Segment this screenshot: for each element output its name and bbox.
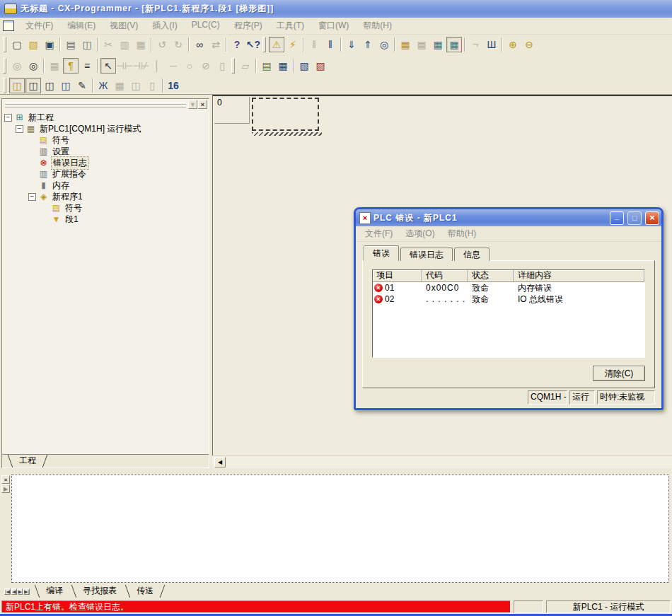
grid-toggle-button[interactable]: ▦ bbox=[47, 58, 62, 74]
replace-button[interactable]: ⇄ bbox=[208, 37, 224, 52]
copy-button[interactable]: ▥ bbox=[117, 37, 132, 52]
tree-expander-icon[interactable]: − bbox=[4, 114, 12, 122]
show-error-button[interactable]: ⚠ bbox=[269, 37, 284, 52]
rung-comment-button[interactable]: ¶ bbox=[63, 58, 79, 74]
compile-button[interactable]: ▤ bbox=[259, 58, 274, 74]
print-button[interactable]: ▤ bbox=[63, 37, 79, 52]
hscroll-left-button[interactable]: ◀ bbox=[214, 457, 226, 467]
column-header-detail[interactable]: 详细内容 bbox=[514, 270, 644, 282]
pause-monitor-button[interactable]: ‖ bbox=[323, 37, 338, 52]
force-release-button[interactable]: ⊖ bbox=[521, 37, 537, 52]
window-button[interactable]: ◫ bbox=[128, 78, 144, 93]
rung-list-button[interactable]: ≡ bbox=[79, 58, 95, 74]
monitor-alarm-button[interactable]: ⚡ bbox=[285, 37, 301, 52]
error-row-2[interactable]: ×02 . . . . . . . . 致命 IO 总线错误 bbox=[373, 294, 644, 305]
tab-compile[interactable]: 编译 bbox=[36, 585, 73, 598]
zoom-out-button[interactable]: ◎ bbox=[9, 58, 25, 74]
minimize-button[interactable]: _ bbox=[610, 211, 624, 225]
download-button[interactable]: ⇓ bbox=[344, 37, 359, 52]
menu-plc[interactable]: PLC(C) bbox=[185, 20, 227, 32]
undo-button[interactable]: ↺ bbox=[154, 37, 170, 52]
nav-prev-button[interactable]: ◀ bbox=[11, 588, 16, 595]
clear-button[interactable]: 清除(C) bbox=[593, 366, 645, 381]
tree-expander-icon[interactable]: − bbox=[16, 125, 23, 133]
tree-item-settings[interactable]: ▥ 设置 bbox=[2, 146, 209, 157]
dialog-tab-error-log[interactable]: 错误日志 bbox=[400, 248, 453, 261]
tree-item-memory[interactable]: ▮ 内存 bbox=[2, 180, 209, 191]
output-content[interactable] bbox=[11, 475, 669, 583]
paste-button[interactable]: ▦ bbox=[133, 37, 149, 52]
tree-item-program[interactable]: − ◈ 新程序1 bbox=[2, 191, 209, 202]
crossref-window-button[interactable]: ◫ bbox=[58, 78, 74, 93]
menu-tools[interactable]: 工具(T) bbox=[270, 20, 311, 32]
nav-first-button[interactable]: |◀ bbox=[4, 588, 11, 595]
tree-item-project[interactable]: − ⊞ 新工程 bbox=[2, 112, 209, 123]
editor-hscrollbar[interactable]: ◀ bbox=[212, 455, 672, 468]
cross-reference-button[interactable]: Ж bbox=[95, 78, 111, 93]
address-reference-button[interactable]: 16 bbox=[166, 78, 181, 93]
program-mode-button[interactable]: ▦ bbox=[398, 37, 413, 52]
tree-item-section1[interactable]: ▼ 段1 bbox=[2, 214, 209, 225]
nav-last-button[interactable]: ▶| bbox=[23, 588, 30, 595]
horizontal-line-button[interactable]: ─ bbox=[166, 58, 181, 74]
tree-expander-icon[interactable] bbox=[28, 170, 36, 178]
tree-item-error-log[interactable]: ⊗ 错误日志 bbox=[2, 157, 209, 168]
io-table-button[interactable]: ▦ bbox=[112, 78, 127, 93]
differential-monitor-button[interactable]: ▧ bbox=[296, 58, 312, 74]
tree-item-plc[interactable]: − ▦ 新PLC1[CQM1H] 运行模式 bbox=[2, 123, 209, 134]
save-button[interactable]: ▣ bbox=[42, 37, 57, 52]
monitor-mode-button[interactable]: ▦ bbox=[430, 37, 446, 52]
close-button[interactable]: × bbox=[645, 211, 659, 225]
menu-view[interactable]: 视图(V) bbox=[103, 20, 145, 32]
step-run-button[interactable]: ¬ bbox=[468, 37, 483, 52]
tree-expander-icon[interactable] bbox=[41, 204, 49, 212]
instruction-button[interactable]: ▯ bbox=[214, 58, 230, 74]
monitor-window-button[interactable]: ▦ bbox=[275, 58, 291, 74]
tree-expander-icon[interactable] bbox=[41, 216, 49, 223]
menu-edit[interactable]: 编辑(E) bbox=[60, 20, 103, 32]
debug-mode-button[interactable]: ▦ bbox=[414, 37, 429, 52]
tree-dropdown-button[interactable]: ▼ bbox=[188, 100, 197, 109]
menu-window[interactable]: 窗口(W) bbox=[311, 20, 356, 32]
column-header-code[interactable]: 代码 bbox=[422, 270, 468, 282]
dialog-menu-help[interactable]: 帮助(H) bbox=[441, 228, 483, 240]
force-set-button[interactable]: ⊕ bbox=[505, 37, 521, 52]
properties-button[interactable]: ✎ bbox=[74, 78, 90, 93]
contact-nc-button[interactable]: ⊣⊬ bbox=[133, 58, 149, 74]
cut-button[interactable]: ✂ bbox=[100, 37, 116, 52]
pause-button[interactable]: ‖ bbox=[306, 37, 322, 52]
project-window-button[interactable]: ◫ bbox=[9, 78, 25, 93]
tree-expander-icon[interactable]: − bbox=[28, 193, 36, 201]
tree-panel-header[interactable]: ▼ × bbox=[2, 99, 209, 110]
watch-window-button[interactable]: ◫ bbox=[42, 78, 57, 93]
tab-find-report[interactable]: 寻找报表 bbox=[73, 585, 127, 598]
contact-no-button[interactable]: ⊣⊢ bbox=[117, 58, 132, 74]
tree-expander-icon[interactable] bbox=[28, 159, 36, 167]
new-file-button[interactable]: ▢ bbox=[9, 37, 25, 52]
menu-program[interactable]: 程序(P) bbox=[227, 20, 270, 32]
mdi-child-icon[interactable] bbox=[3, 21, 14, 31]
upload-button[interactable]: ⇑ bbox=[360, 37, 376, 52]
zoom-in-button[interactable]: ◎ bbox=[25, 58, 41, 74]
data-trace-button[interactable]: ▨ bbox=[313, 58, 328, 74]
menu-file[interactable]: 文件(F) bbox=[18, 20, 60, 32]
error-row-1[interactable]: ×01 0x00C0 致命 内存错误 bbox=[373, 282, 644, 294]
tree-close-button[interactable]: × bbox=[198, 100, 207, 109]
dialog-button[interactable]: ▯ bbox=[144, 78, 160, 93]
tree-expander-icon[interactable] bbox=[28, 182, 36, 190]
vertical-line-button[interactable]: │ bbox=[149, 58, 165, 74]
print-preview-button[interactable]: ◫ bbox=[79, 37, 95, 52]
tree-expander-icon[interactable] bbox=[28, 148, 36, 156]
ladder-cursor[interactable] bbox=[252, 98, 319, 131]
column-header-status[interactable]: 状态 bbox=[468, 270, 514, 282]
nav-next-button[interactable]: ▶ bbox=[18, 588, 23, 595]
verify-button[interactable]: ◎ bbox=[376, 37, 392, 52]
error-list[interactable]: 项目代码状态详细内容 ×01 0x00C0 致命 内存错误 bbox=[372, 269, 645, 358]
select-tool-button[interactable]: ↖ bbox=[100, 58, 116, 74]
find-button[interactable]: ∞ bbox=[192, 37, 207, 52]
run-mode-button[interactable]: ▦ bbox=[446, 37, 462, 52]
dialog-tab-errors[interactable]: 错误 bbox=[364, 245, 399, 261]
redo-button[interactable]: ↻ bbox=[170, 37, 186, 52]
output-close-button[interactable]: × bbox=[1, 475, 10, 484]
tree-item-program-symbols[interactable]: ▤ 符号 bbox=[2, 202, 209, 214]
